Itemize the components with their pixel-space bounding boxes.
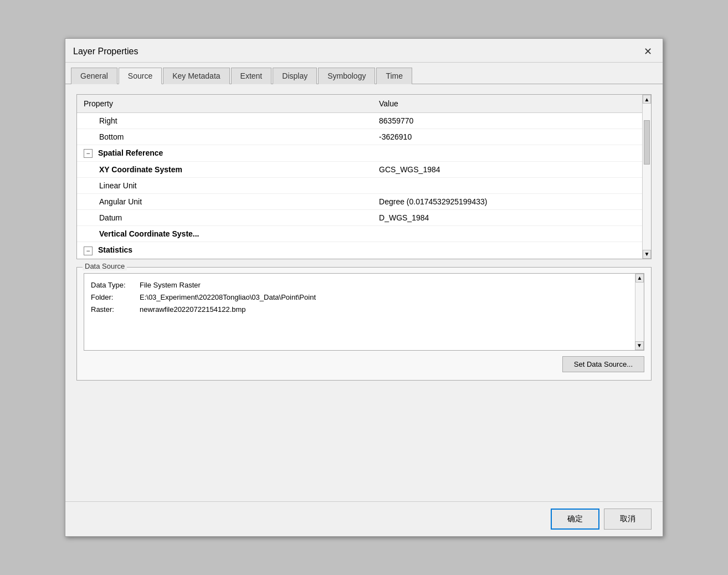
dialog-footer: 确定 取消 [65,501,663,536]
title-bar: Layer Properties ✕ [65,39,663,63]
prop-angular-unit-label: Angular Unit [77,194,372,210]
collapse-spatial-ref-icon[interactable]: − [84,149,93,158]
data-source-group: Data Source Data Type: File System Raste… [76,267,652,381]
tab-content-source: Property Value Right 86359770 Bottom -36… [65,84,663,501]
prop-spatial-ref-value [372,145,651,162]
prop-spatial-ref-label: − Spatial Reference [77,145,372,162]
list-item: Folder: E:\03_Experiment\202208Tongliao\… [91,291,637,304]
cancel-button[interactable]: 取消 [604,509,652,530]
prop-xy-coord-label: XY Coordinate System [77,162,372,178]
prop-right-value: 86359770 [372,113,651,129]
table-row: − Statistics [77,242,651,259]
close-button[interactable]: ✕ [640,44,655,59]
collapse-statistics-icon[interactable]: − [84,247,93,255]
table-row: Bottom -3626910 [77,129,651,145]
tab-symbology[interactable]: Symbology [318,68,375,84]
table-row: Datum D_WGS_1984 [77,210,651,226]
ds-scroll-up[interactable]: ▲ [635,274,644,283]
prop-right-label: Right [77,113,372,129]
scroll-up-arrow[interactable]: ▲ [643,95,651,104]
ds-type-value: File System Raster [140,279,201,291]
tab-time[interactable]: Time [376,68,412,84]
properties-scrollbar[interactable]: ▲ ▼ [642,95,651,259]
prop-datum-label: Datum [77,210,372,226]
prop-vertical-coord-label: Vertical Coordinate Syste... [77,226,372,242]
table-row: Angular Unit Degree (0.0174532925199433) [77,194,651,210]
col-header-value: Value [372,95,651,113]
prop-datum-value: D_WGS_1984 [372,210,651,226]
table-row: − Spatial Reference [77,145,651,162]
prop-statistics-label: − Statistics [77,242,372,259]
col-header-property: Property [77,95,372,113]
table-row: XY Coordinate System GCS_WGS_1984 [77,162,651,178]
prop-xy-coord-value: GCS_WGS_1984 [372,162,651,178]
ds-raster-label: Raster: [91,304,135,316]
ds-scroll-down[interactable]: ▼ [635,341,644,350]
tab-bar: General Source Key Metadata Extent Displ… [65,63,663,84]
prop-angular-unit-value: Degree (0.0174532925199433) [372,194,651,210]
ds-folder-label: Folder: [91,291,135,304]
tab-source[interactable]: Source [119,68,162,84]
tab-display[interactable]: Display [273,68,317,84]
table-row: Linear Unit [77,178,651,194]
tab-key-metadata[interactable]: Key Metadata [163,68,229,84]
prop-bottom-label: Bottom [77,129,372,145]
ds-raster-value: newrawfile20220722154122.bmp [140,304,246,316]
prop-linear-unit-label: Linear Unit [77,178,372,194]
scroll-thumb[interactable] [644,120,650,165]
scroll-down-arrow[interactable]: ▼ [643,250,651,259]
ds-folder-value: E:\03_Experiment\202208Tongliao\03_Data\… [140,291,316,304]
dialog-title: Layer Properties [73,47,138,57]
list-item: Raster: newrawfile20220722154122.bmp [91,304,637,316]
table-row: Vertical Coordinate Syste... [77,226,651,242]
list-item: Data Type: File System Raster [91,279,637,291]
properties-table-container: Property Value Right 86359770 Bottom -36… [76,94,652,259]
prop-bottom-value: -3626910 [372,129,651,145]
ok-button[interactable]: 确定 [551,509,599,530]
layer-properties-dialog: Layer Properties ✕ General Source Key Me… [65,38,663,537]
data-source-legend: Data Source [83,262,127,270]
data-source-scrollbar[interactable]: ▲ ▼ [635,274,644,350]
ds-type-label: Data Type: [91,279,135,291]
prop-linear-unit-value [372,178,651,194]
prop-statistics-value [372,242,651,259]
data-source-text-area: Data Type: File System Raster Folder: E:… [84,273,644,351]
set-data-source-button[interactable]: Set Data Source... [562,356,644,372]
tab-general[interactable]: General [71,68,117,84]
table-row: Right 86359770 [77,113,651,129]
prop-vertical-coord-value [372,226,651,242]
properties-table: Property Value Right 86359770 Bottom -36… [77,95,651,259]
tab-extent[interactable]: Extent [231,68,272,84]
